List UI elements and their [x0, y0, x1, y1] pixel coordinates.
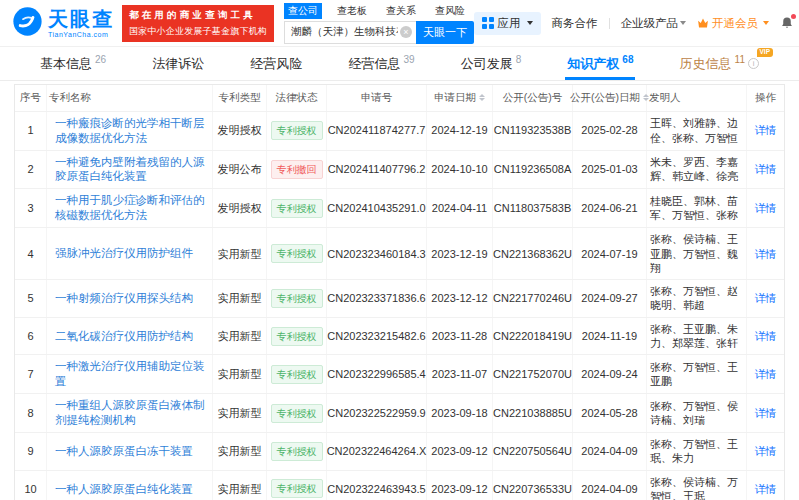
status-badge: 专利撤回 [271, 160, 323, 179]
inventors: 张称、万智恒、赵晓明、韩超 [647, 280, 747, 317]
chevron-down-icon [527, 21, 533, 25]
tab-知识产权[interactable]: 知识产权68 [565, 47, 635, 80]
application-number: CN202322463943.5 [327, 471, 427, 500]
patent-name-link[interactable]: 一种射频治疗仪用探头结构 [55, 291, 193, 306]
table-row: 10 一种人源胶原蛋白纯化装置 实用新型 专利授权 CN202322463943… [15, 471, 784, 500]
tab-label: 公司发展 [461, 55, 513, 73]
application-number: CN202411874277.7 [327, 112, 427, 150]
status-badge: 专利授权 [271, 365, 323, 384]
table-row: 1 一种瘢痕诊断的光学相干断层成像数据优化方法 发明授权 专利授权 CN2024… [15, 112, 784, 151]
status-badge: 专利授权 [271, 244, 323, 263]
patent-name-link[interactable]: 一种用于肌少症诊断和评估的核磁数据优化方法 [55, 193, 209, 223]
inventors: 张称、万智恒、侯诗楠、刘瑞 [647, 394, 747, 432]
business-cooperation-link[interactable]: 商务合作 [552, 16, 598, 31]
table-row: 4 强脉冲光治疗仪用防护组件 实用新型 专利授权 CN202323460184.… [15, 228, 784, 280]
application-number: CN202411407796.2 [327, 151, 427, 189]
patent-type: 发明授权 [213, 112, 267, 150]
patent-name-cell: 一种瘢痕诊断的光学相干断层成像数据优化方法 [47, 112, 213, 150]
column-header-inv: 发明人 [647, 85, 747, 111]
search-tab-查老板[interactable]: 查老板 [333, 3, 371, 19]
search-tab-查风险[interactable]: 查风险 [431, 3, 469, 19]
search-button[interactable]: 天眼一下 [416, 21, 474, 44]
tab-公司发展[interactable]: 公司发展8 [459, 47, 524, 80]
inventors: 桂晓臣、郭林、苗军、万智恒、张称 [647, 189, 747, 227]
application-date: 2023-09-12 [427, 471, 493, 500]
publication-number: CN222018419U [493, 318, 573, 355]
patent-name-link[interactable]: 一种避免内壁附着残留的人源胶原蛋白纯化装置 [55, 155, 209, 185]
row-index: 4 [15, 228, 47, 279]
patent-name-link[interactable]: 一种瘢痕诊断的光学相干断层成像数据优化方法 [55, 116, 209, 146]
column-header-pubdate[interactable]: 公开(公告)日期 [573, 85, 647, 111]
inventors: 张称、侯诗楠、王亚鹏、万智恒、魏翔 [647, 228, 747, 279]
tab-法律诉讼[interactable]: 法律诉讼 [150, 47, 206, 80]
detail-link[interactable]: 详情 [755, 482, 777, 496]
application-date: 2023-12-12 [427, 280, 493, 317]
patent-name-link[interactable]: 一种人源胶原蛋白冻干装置 [55, 444, 193, 459]
legal-status-cell: 专利授权 [267, 112, 327, 150]
row-index: 2 [15, 151, 47, 189]
application-date: 2023-09-18 [427, 394, 493, 432]
patent-name-link[interactable]: 一种人源胶原蛋白纯化装置 [55, 482, 193, 497]
detail-link[interactable]: 详情 [755, 201, 777, 215]
search-tab-查关系[interactable]: 查关系 [382, 3, 420, 19]
banner-line2: 国家中小企业发展子基金旗下机构 [129, 25, 267, 38]
action-cell: 详情 [747, 433, 784, 470]
patent-name-link[interactable]: 一种激光治疗仪用辅助定位装置 [55, 359, 209, 389]
divider [609, 18, 610, 29]
publication-date: 2024-04-09 [573, 471, 647, 500]
detail-link[interactable]: 详情 [755, 329, 777, 343]
detail-link[interactable]: 详情 [755, 406, 777, 420]
row-index: 5 [15, 280, 47, 317]
open-vip-menu[interactable]: 开通会员 [697, 16, 769, 31]
status-badge: 专利授权 [271, 327, 323, 346]
detail-link[interactable]: 详情 [755, 162, 777, 176]
search-tabs: 查公司查老板查关系查风险 [284, 3, 474, 19]
enterprise-products-menu[interactable]: 企业级产品 [621, 16, 687, 31]
table-row: 8 一种重组人源胶原蛋白液体制剂提纯检测机构 实用新型 专利授权 CN20232… [15, 394, 784, 433]
inventors: 张称、万智恒、王亚鹏 [647, 355, 747, 393]
table-header-row: 序号专利名称专利类型法律状态申请号申请日期公开(公告)号公开(公告)日期发明人操… [15, 85, 784, 112]
tab-历史信息[interactable]: 历史信息11VIPi [678, 47, 761, 80]
tab-label: 知识产权 [567, 55, 619, 73]
column-header-status: 法律状态 [267, 85, 327, 111]
detail-link[interactable]: 详情 [755, 291, 777, 305]
patent-name-link[interactable]: 强脉冲光治疗仪用防护组件 [55, 246, 193, 261]
legal-status-cell: 专利撤回 [267, 151, 327, 189]
patent-name-link[interactable]: 一种重组人源胶原蛋白液体制剂提纯检测机构 [55, 398, 209, 428]
search-input[interactable] [284, 21, 416, 44]
tab-label: 基本信息 [40, 55, 92, 73]
publication-number: CN119236508A [493, 151, 573, 189]
action-cell: 详情 [747, 151, 784, 189]
tab-count: 39 [403, 54, 414, 65]
column-label: 法律状态 [276, 91, 318, 105]
status-badge: 专利授权 [271, 121, 323, 140]
header-nav: 应用 商务合作 企业级产品 开通会员 超级... [474, 12, 799, 35]
patent-type: 实用新型 [213, 318, 267, 355]
apps-menu[interactable]: 应用 [474, 12, 541, 35]
clear-search-icon[interactable]: × [400, 26, 412, 38]
detail-link[interactable]: 详情 [755, 444, 777, 458]
detail-link[interactable]: 详情 [755, 123, 777, 137]
legal-status-cell: 专利授权 [267, 228, 327, 279]
detail-link[interactable]: 详情 [755, 367, 777, 381]
legal-status-cell: 专利授权 [267, 318, 327, 355]
status-badge: 专利授权 [271, 199, 323, 218]
tab-经营风险[interactable]: 经营风险 [248, 47, 304, 80]
patent-name-cell: 二氧化碳治疗仪用防护结构 [47, 318, 213, 355]
tab-count: 11 [735, 54, 745, 65]
patent-name-link[interactable]: 二氧化碳治疗仪用防护结构 [55, 329, 193, 344]
notifications-bell-icon[interactable] [780, 16, 794, 30]
detail-link[interactable]: 详情 [755, 247, 777, 261]
application-date: 2024-10-10 [427, 151, 493, 189]
publication-number: CN118037583B [493, 189, 573, 227]
status-badge: 专利授权 [271, 479, 323, 498]
tab-基本信息[interactable]: 基本信息26 [38, 47, 108, 80]
patent-type: 实用新型 [213, 471, 267, 500]
search-tab-查公司[interactable]: 查公司 [284, 3, 322, 19]
tab-经营信息[interactable]: 经营信息39 [346, 47, 416, 80]
column-label: 发明人 [649, 91, 681, 105]
tianyancha-logo[interactable]: 天眼查 TianYanCha.com [12, 6, 114, 41]
sort-icon[interactable] [479, 94, 485, 101]
column-header-appdate[interactable]: 申请日期 [427, 85, 493, 111]
action-cell: 详情 [747, 318, 784, 355]
